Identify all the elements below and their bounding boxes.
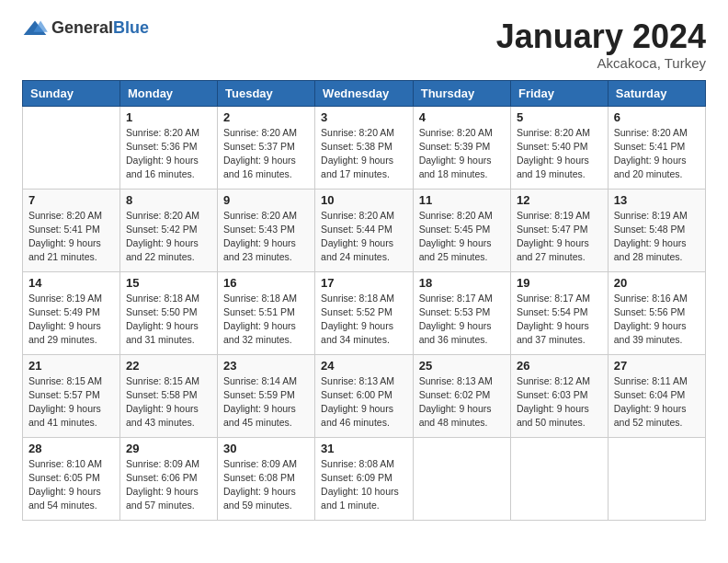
calendar-cell: 29Sunrise: 8:09 AM Sunset: 6:06 PM Dayli… [119, 437, 217, 520]
calendar-cell: 3Sunrise: 8:20 AM Sunset: 5:38 PM Daylig… [315, 106, 414, 189]
day-info: Sunrise: 8:12 AM Sunset: 6:03 PM Dayligh… [517, 374, 602, 431]
day-info: Sunrise: 8:19 AM Sunset: 5:47 PM Dayligh… [517, 209, 602, 265]
title-block: January 2024 Akcakoca, Turkey [496, 18, 706, 71]
day-number: 8 [126, 193, 211, 207]
day-number: 13 [614, 193, 700, 207]
day-number: 21 [28, 359, 114, 373]
day-number: 29 [126, 442, 211, 455]
day-number: 16 [223, 276, 309, 290]
day-info: Sunrise: 8:17 AM Sunset: 5:54 PM Dayligh… [517, 292, 602, 348]
day-number: 22 [126, 359, 211, 373]
day-info: Sunrise: 8:15 AM Sunset: 5:58 PM Dayligh… [126, 374, 211, 431]
logo: GeneralBlue [22, 18, 149, 38]
calendar-cell: 30Sunrise: 8:09 AM Sunset: 6:08 PM Dayli… [218, 437, 315, 520]
calendar-cell: 10Sunrise: 8:20 AM Sunset: 5:44 PM Dayli… [315, 189, 414, 271]
calendar-cell: 24Sunrise: 8:13 AM Sunset: 6:00 PM Dayli… [315, 354, 414, 437]
column-header-wednesday: Wednesday [315, 80, 414, 106]
day-info: Sunrise: 8:20 AM Sunset: 5:41 PM Dayligh… [614, 126, 700, 182]
day-info: Sunrise: 8:20 AM Sunset: 5:36 PM Dayligh… [126, 126, 211, 182]
day-number: 5 [517, 110, 602, 124]
day-info: Sunrise: 8:18 AM Sunset: 5:50 PM Dayligh… [126, 292, 211, 348]
day-number: 14 [28, 276, 114, 290]
calendar-cell: 7Sunrise: 8:20 AM Sunset: 5:41 PM Daylig… [23, 189, 120, 271]
calendar-week-row: 28Sunrise: 8:10 AM Sunset: 6:05 PM Dayli… [23, 437, 706, 520]
calendar-cell: 31Sunrise: 8:08 AM Sunset: 6:09 PM Dayli… [315, 437, 414, 520]
calendar-cell: 8Sunrise: 8:20 AM Sunset: 5:42 PM Daylig… [119, 189, 217, 271]
day-number: 11 [419, 193, 505, 207]
calendar-cell: 28Sunrise: 8:10 AM Sunset: 6:05 PM Dayli… [23, 437, 120, 520]
day-number: 1 [126, 110, 211, 124]
calendar-week-row: 21Sunrise: 8:15 AM Sunset: 5:57 PM Dayli… [23, 354, 706, 437]
day-number: 2 [223, 110, 309, 124]
column-header-thursday: Thursday [413, 80, 510, 106]
day-number: 20 [614, 276, 700, 290]
day-number: 24 [321, 359, 407, 373]
day-info: Sunrise: 8:19 AM Sunset: 5:49 PM Dayligh… [28, 292, 114, 348]
calendar-cell: 6Sunrise: 8:20 AM Sunset: 5:41 PM Daylig… [608, 106, 705, 189]
day-number: 27 [614, 359, 700, 373]
calendar-cell [510, 437, 608, 520]
calendar-cell: 20Sunrise: 8:16 AM Sunset: 5:56 PM Dayli… [608, 271, 705, 354]
day-number: 31 [321, 442, 407, 455]
day-number: 18 [419, 276, 505, 290]
column-header-tuesday: Tuesday [218, 80, 315, 106]
day-info: Sunrise: 8:10 AM Sunset: 6:05 PM Dayligh… [28, 457, 114, 513]
day-info: Sunrise: 8:13 AM Sunset: 6:02 PM Dayligh… [419, 374, 505, 431]
calendar-table: SundayMondayTuesdayWednesdayThursdayFrid… [22, 80, 706, 521]
day-number: 3 [321, 110, 407, 124]
calendar-week-row: 14Sunrise: 8:19 AM Sunset: 5:49 PM Dayli… [23, 271, 706, 354]
day-info: Sunrise: 8:20 AM Sunset: 5:42 PM Dayligh… [126, 209, 211, 265]
day-number: 9 [223, 193, 309, 207]
day-info: Sunrise: 8:14 AM Sunset: 5:59 PM Dayligh… [223, 374, 309, 431]
day-info: Sunrise: 8:20 AM Sunset: 5:40 PM Dayligh… [517, 126, 602, 182]
day-info: Sunrise: 8:20 AM Sunset: 5:39 PM Dayligh… [419, 126, 505, 182]
day-info: Sunrise: 8:11 AM Sunset: 6:04 PM Dayligh… [614, 374, 700, 431]
column-header-sunday: Sunday [23, 80, 120, 106]
day-number: 10 [321, 193, 407, 207]
calendar-cell: 23Sunrise: 8:14 AM Sunset: 5:59 PM Dayli… [218, 354, 315, 437]
day-number: 28 [28, 442, 114, 455]
calendar-cell: 13Sunrise: 8:19 AM Sunset: 5:48 PM Dayli… [608, 189, 705, 271]
day-number: 30 [223, 442, 309, 455]
calendar-cell: 12Sunrise: 8:19 AM Sunset: 5:47 PM Dayli… [510, 189, 608, 271]
day-info: Sunrise: 8:13 AM Sunset: 6:00 PM Dayligh… [321, 374, 407, 431]
calendar-cell: 16Sunrise: 8:18 AM Sunset: 5:51 PM Dayli… [218, 271, 315, 354]
day-number: 12 [517, 193, 602, 207]
calendar-cell: 9Sunrise: 8:20 AM Sunset: 5:43 PM Daylig… [218, 189, 315, 271]
day-info: Sunrise: 8:17 AM Sunset: 5:53 PM Dayligh… [419, 292, 505, 348]
day-number: 7 [28, 193, 114, 207]
day-info: Sunrise: 8:19 AM Sunset: 5:48 PM Dayligh… [614, 209, 700, 265]
calendar-cell: 11Sunrise: 8:20 AM Sunset: 5:45 PM Dayli… [413, 189, 510, 271]
calendar-cell: 14Sunrise: 8:19 AM Sunset: 5:49 PM Dayli… [23, 271, 120, 354]
page-header: GeneralBlue January 2024 Akcakoca, Turke… [22, 18, 706, 71]
calendar-cell: 2Sunrise: 8:20 AM Sunset: 5:37 PM Daylig… [218, 106, 315, 189]
calendar-cell: 21Sunrise: 8:15 AM Sunset: 5:57 PM Dayli… [23, 354, 120, 437]
calendar-cell: 17Sunrise: 8:18 AM Sunset: 5:52 PM Dayli… [315, 271, 414, 354]
column-header-friday: Friday [510, 80, 608, 106]
day-number: 26 [517, 359, 602, 373]
calendar-cell [413, 437, 510, 520]
calendar-cell: 22Sunrise: 8:15 AM Sunset: 5:58 PM Dayli… [119, 354, 217, 437]
logo-blue-text: Blue [113, 18, 149, 37]
day-info: Sunrise: 8:20 AM Sunset: 5:43 PM Dayligh… [223, 209, 309, 265]
calendar-cell: 5Sunrise: 8:20 AM Sunset: 5:40 PM Daylig… [510, 106, 608, 189]
day-number: 17 [321, 276, 407, 290]
day-info: Sunrise: 8:20 AM Sunset: 5:45 PM Dayligh… [419, 209, 505, 265]
day-info: Sunrise: 8:20 AM Sunset: 5:41 PM Dayligh… [28, 209, 114, 265]
day-info: Sunrise: 8:09 AM Sunset: 6:08 PM Dayligh… [223, 457, 309, 513]
day-info: Sunrise: 8:18 AM Sunset: 5:52 PM Dayligh… [321, 292, 407, 348]
calendar-cell: 19Sunrise: 8:17 AM Sunset: 5:54 PM Dayli… [510, 271, 608, 354]
day-number: 4 [419, 110, 505, 124]
day-info: Sunrise: 8:08 AM Sunset: 6:09 PM Dayligh… [321, 457, 407, 513]
calendar-header-row: SundayMondayTuesdayWednesdayThursdayFrid… [23, 80, 706, 106]
day-number: 25 [419, 359, 505, 373]
calendar-cell: 18Sunrise: 8:17 AM Sunset: 5:53 PM Dayli… [413, 271, 510, 354]
calendar-cell: 4Sunrise: 8:20 AM Sunset: 5:39 PM Daylig… [413, 106, 510, 189]
logo-general-text: General [51, 18, 113, 37]
calendar-week-row: 1Sunrise: 8:20 AM Sunset: 5:36 PM Daylig… [23, 106, 706, 189]
day-number: 19 [517, 276, 602, 290]
day-info: Sunrise: 8:09 AM Sunset: 6:06 PM Dayligh… [126, 457, 211, 513]
calendar-cell: 26Sunrise: 8:12 AM Sunset: 6:03 PM Dayli… [510, 354, 608, 437]
calendar-week-row: 7Sunrise: 8:20 AM Sunset: 5:41 PM Daylig… [23, 189, 706, 271]
column-header-monday: Monday [119, 80, 217, 106]
